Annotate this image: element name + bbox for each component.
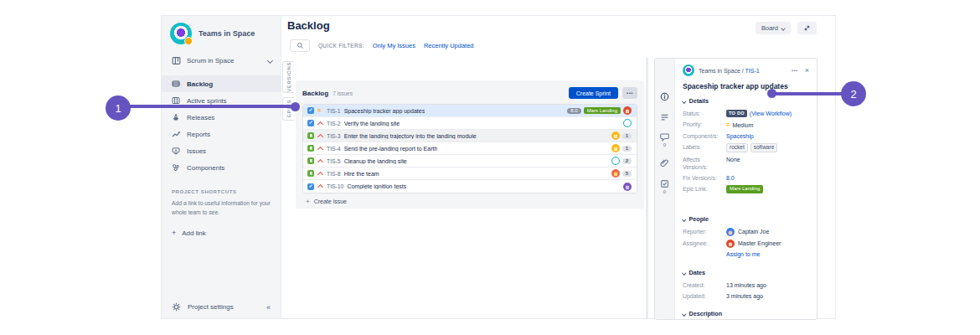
detail-panel-header: Teams in Space / TIS-1 ••• × — [683, 64, 809, 76]
task-type-icon — [307, 120, 314, 126]
label-chip-software[interactable]: software — [750, 143, 778, 152]
issue-row-tis-1[interactable]: TIS-1 Spaceship tracker app updates 8.0 … — [303, 105, 637, 117]
project-shortcuts-text: Add a link to useful information for you… — [172, 199, 271, 217]
sidebar-item-label: Releases — [187, 114, 214, 121]
checklist-icon — [660, 179, 669, 188]
add-link-label: Add link — [182, 229, 205, 237]
board-selector[interactable]: Scrum in Space — [162, 49, 281, 72]
collapse-sidebar-icon[interactable]: « — [266, 303, 271, 312]
backlog-more-button[interactable]: ••• — [622, 87, 637, 99]
issue-row-tis-8[interactable]: TIS-8 Hire the team 5 — [303, 168, 637, 180]
sidebar-item-issues[interactable]: Issues — [162, 142, 281, 159]
callout-marker-1: 1 — [106, 95, 131, 121]
activity-tab-button[interactable] — [660, 112, 669, 121]
comments-tab-button[interactable]: 0 — [660, 132, 669, 147]
sidebar-item-label: Issues — [187, 147, 206, 155]
project-settings-button[interactable]: Project settings « — [162, 302, 281, 312]
callout-line-1 — [127, 105, 296, 108]
project-avatar — [683, 64, 694, 76]
screenshot-canvas: Teams in Space Scrum in Space Backlog Ac… — [0, 0, 980, 335]
epic-link-chip[interactable]: Mars Landing — [726, 185, 763, 193]
epic-chip[interactable]: Mars Landing — [584, 107, 621, 114]
reports-icon — [172, 130, 180, 138]
description-section: Description Click to add description — [683, 310, 809, 319]
issue-row-tis-3[interactable]: TIS-3 Enter the landing trajectory into … — [303, 130, 637, 142]
panel-more-button[interactable]: ••• — [792, 68, 798, 73]
backlog-title: Backlog — [302, 90, 328, 97]
sidebar-item-components[interactable]: Components — [162, 159, 281, 176]
assign-to-me-link[interactable]: Assign to me — [726, 251, 809, 257]
sidebar-item-label: Components — [187, 164, 224, 172]
priority-value: Medium — [732, 121, 753, 129]
fix-version-link[interactable]: 8.0 — [726, 174, 735, 182]
search-input[interactable] — [290, 39, 310, 52]
filter-recently-updated[interactable]: Recently Updated — [424, 42, 474, 49]
status-badge: TO DO — [726, 110, 747, 117]
fullscreen-button[interactable] — [797, 22, 817, 34]
labels-label: Labels: — [683, 143, 726, 151]
callout-line-2 — [772, 92, 844, 95]
view-workflow-link[interactable]: (View Workflow) — [750, 110, 792, 117]
chevron-down-icon — [682, 312, 686, 316]
issue-row-tis-5[interactable]: TIS-5 Cleanup the landing site 2 — [303, 155, 637, 168]
filter-only-my-issues[interactable]: Only My Issues — [373, 42, 415, 49]
quick-filters-bar: QUICK FILTERS: Only My Issues Recently U… — [290, 39, 474, 52]
breadcrumb-issue-key[interactable]: TIS-1 — [745, 68, 760, 74]
subtask-count-badge: 2 — [622, 158, 632, 164]
people-section-header[interactable]: People — [683, 215, 809, 223]
story-type-icon — [307, 170, 314, 177]
issues-icon — [172, 147, 180, 155]
attachments-tab-button[interactable] — [660, 158, 669, 168]
create-issue-label: Create issue — [314, 198, 347, 204]
sidebar-nav: Backlog Active sprints Releases Reports … — [162, 75, 281, 176]
status-label: Status: — [683, 110, 726, 117]
assignee-avatar[interactable] — [611, 144, 620, 152]
assignee-avatar[interactable] — [623, 106, 632, 115]
reporter-avatar[interactable] — [726, 228, 735, 236]
issue-row-tis-10[interactable]: TIS-10 Complete ignition tests — [303, 180, 637, 193]
details-section-header[interactable]: Details — [683, 97, 809, 105]
create-issue-button[interactable]: + Create issue — [306, 198, 637, 205]
create-sprint-button[interactable]: Create Sprint — [569, 87, 618, 99]
board-selector-label: Scrum in Space — [187, 57, 262, 64]
sidebar-item-releases[interactable]: Releases — [162, 109, 281, 126]
gear-icon — [172, 302, 181, 312]
assignee-avatar[interactable] — [611, 157, 620, 165]
issue-row-tis-2[interactable]: TIS-2 Verify the landing site — [303, 117, 637, 130]
breadcrumb-separator: / — [742, 68, 744, 74]
page-title: Backlog — [287, 19, 330, 32]
issue-title: Enter the landing trajectory into the la… — [344, 133, 477, 139]
assignee-avatar[interactable] — [611, 169, 620, 178]
breadcrumb: Teams in Space / TIS-1 — [699, 68, 760, 74]
header-actions: Board — [756, 22, 817, 34]
label-chip-rocket[interactable]: rocket — [726, 143, 748, 152]
board-menu-button[interactable]: Board — [756, 22, 791, 34]
component-link[interactable]: Spaceship — [726, 132, 754, 140]
sidebar-item-label: Backlog — [187, 80, 213, 88]
sidebar-item-backlog[interactable]: Backlog — [162, 75, 281, 92]
priority-high-icon — [317, 157, 323, 164]
people-section-label: People — [689, 215, 709, 223]
details-tab-button[interactable] — [660, 92, 669, 101]
expand-icon — [803, 24, 811, 32]
tab-versions[interactable]: VERSIONS — [282, 61, 294, 93]
estimate-badge: 8.0 — [567, 108, 580, 114]
add-link-button[interactable]: + Add link — [172, 229, 271, 237]
subtasks-tab-button[interactable]: 0 — [660, 179, 669, 194]
backlog-panel-header: Backlog 7 issues Create Sprint ••• — [302, 86, 637, 100]
issue-row-tis-4[interactable]: TIS-4 Send the pre-landing report to Ear… — [303, 142, 637, 155]
assignee-avatar[interactable] — [611, 131, 620, 140]
issue-title: Spaceship tracker app updates — [344, 108, 426, 114]
assignee-avatar[interactable] — [623, 119, 632, 127]
assignee-avatar[interactable] — [623, 183, 632, 191]
panel-close-button[interactable]: × — [805, 67, 809, 75]
dates-section-header[interactable]: Dates — [683, 269, 809, 276]
breadcrumb-project[interactable]: Teams in Space — [699, 68, 740, 74]
assignee-avatar[interactable] — [726, 240, 735, 248]
description-section-header[interactable]: Description — [683, 310, 809, 317]
sidebar: Teams in Space Scrum in Space Backlog Ac… — [162, 16, 281, 318]
sidebar-item-reports[interactable]: Reports — [162, 126, 281, 142]
issue-title: Verify the landing site — [344, 121, 400, 126]
sidebar-item-label: Reports — [187, 131, 210, 138]
plus-icon: + — [306, 198, 310, 205]
